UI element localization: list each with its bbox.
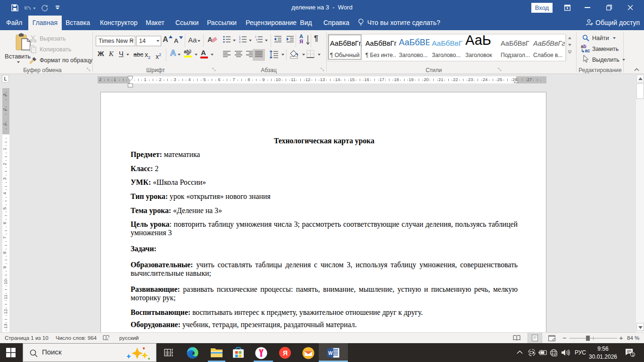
svg-text:W: W xyxy=(328,351,333,356)
svg-text:3: 3 xyxy=(239,41,240,43)
svg-text:i: i xyxy=(257,41,257,43)
svg-text:x: x xyxy=(107,337,109,341)
svg-text:1: 1 xyxy=(632,352,634,357)
svg-text:Я: Я xyxy=(283,349,288,357)
